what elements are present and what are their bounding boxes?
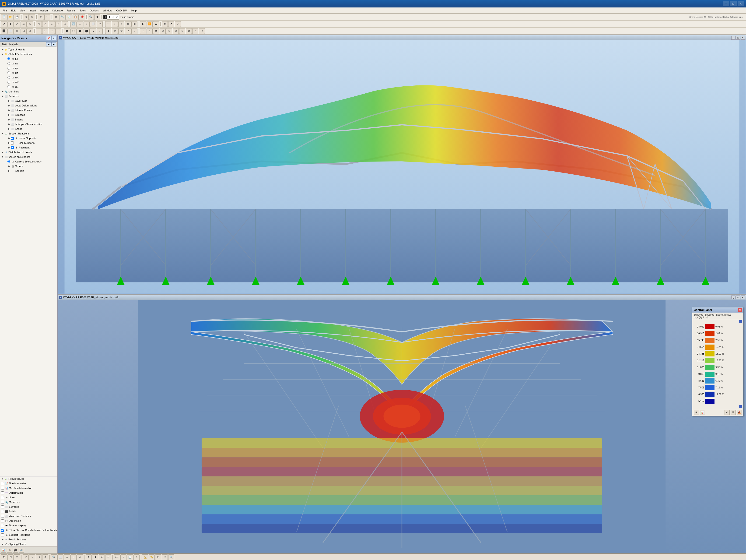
tree-item-solids[interactable]: ⬛ Solids	[0, 509, 57, 514]
navigator-header-buttons[interactable]: 📌 ✕	[46, 36, 56, 40]
expand-icon[interactable]: ▶	[1, 538, 4, 541]
menu-assign[interactable]: Assign	[38, 9, 50, 12]
tb-btn-1[interactable]: ⚙	[53, 14, 59, 20]
tb2-btn-2[interactable]: ⬆	[7, 21, 13, 27]
tb3-btn-5[interactable]: ◈	[27, 28, 33, 34]
values-on-surfaces-b-checkbox[interactable]	[1, 515, 4, 518]
open-button[interactable]: 📂	[7, 14, 13, 20]
menu-results[interactable]: Results	[65, 9, 78, 12]
tree-item-ux[interactable]: □ ux	[0, 61, 57, 66]
cp-footer-right[interactable]: ⚙ ☰ 📤	[724, 410, 742, 415]
tb3-btn-2[interactable]: ⬜	[7, 28, 13, 34]
solids-checkbox[interactable]	[1, 510, 4, 513]
tree-item-internal-forces[interactable]: ▶ ⬜ Internal Forces	[0, 108, 57, 113]
tb3-btn-10[interactable]: ⬢	[64, 28, 70, 34]
tb3-btn-29[interactable]: ✕	[192, 28, 198, 34]
expand-icon[interactable]: ▼	[1, 94, 4, 98]
nav-close-button[interactable]: ✕	[51, 36, 56, 40]
tb3-btn-3[interactable]: ▨	[14, 28, 20, 34]
tree-item-max-min-information[interactable]: 📊 Max/Min Information	[0, 486, 57, 491]
expand-icon[interactable]: ▶	[1, 477, 4, 480]
tb-btn-7[interactable]: ✚	[94, 14, 101, 20]
tree-item-title-information[interactable]: 📝 Title Information	[0, 481, 57, 486]
tb2-btn-16[interactable]: 〰	[105, 21, 111, 27]
expand-icon[interactable]: ▶	[7, 146, 11, 149]
menu-edit[interactable]: Edit	[9, 9, 18, 12]
top-view-controls[interactable]: _ □ ✕	[731, 36, 745, 40]
tree-item-result-sections[interactable]: ▶ ✂ Result Sections	[0, 537, 57, 542]
tb2-btn-18[interactable]: ∿	[118, 21, 124, 27]
tb2-btn-14[interactable]: ⬜	[90, 21, 96, 27]
tb2-btn-10[interactable]: ⬡	[62, 21, 68, 27]
view-tb-18[interactable]: ↕	[120, 554, 126, 560]
view-tb-9[interactable]: ⬜	[57, 554, 63, 560]
tree-item-nodal-supports[interactable]: ▶ ⊥ Nodal Supports	[0, 136, 57, 141]
tb3-btn-14[interactable]: ⬥	[90, 28, 96, 34]
maximize-button[interactable]: □	[730, 1, 737, 6]
tb3-btn-21[interactable]: ⌖	[140, 28, 146, 34]
surfaces-b-checkbox[interactable]	[1, 505, 4, 508]
lc-dropdown[interactable]: LC1	[107, 15, 119, 20]
tree-item-result-values[interactable]: ▶ 📊 Result Values	[0, 476, 57, 481]
nav-prev-button[interactable]: ◀	[46, 42, 51, 47]
expand-icon[interactable]: ▶	[7, 165, 11, 168]
undo-button[interactable]: ↩	[38, 14, 44, 20]
menu-calculate[interactable]: Calculate	[50, 9, 65, 12]
print-button[interactable]: 🖨	[23, 14, 29, 20]
cp-table-icon[interactable]: ⊞	[694, 410, 699, 415]
tree-item-surfaces-b[interactable]: ⬜ Surfaces	[0, 504, 57, 509]
control-panel-close-button[interactable]: ✕	[738, 308, 742, 312]
menu-help[interactable]: Help	[130, 9, 139, 12]
tb2-btn-12[interactable]: ↔	[77, 21, 83, 27]
tb3-btn-4[interactable]: ⊡	[21, 28, 27, 34]
menu-view[interactable]: View	[18, 9, 27, 12]
tb3-btn-26[interactable]: ⊕	[173, 28, 179, 34]
tb2-btn-4[interactable]: ◎	[21, 21, 27, 27]
tree-item-qy[interactable]: □ φY	[0, 80, 57, 84]
cp-chart-icon[interactable]: 📊	[700, 410, 705, 415]
expand-icon[interactable]: ▶	[1, 90, 4, 93]
view2-close-button[interactable]: ✕	[741, 296, 745, 299]
tb2-btn-22[interactable]: ⏩	[147, 21, 153, 27]
expand-icon[interactable]: ▶	[7, 169, 11, 172]
close-button[interactable]: ✕	[738, 1, 744, 6]
tb3-btn-17[interactable]: ↺	[112, 28, 118, 34]
bottom-view-controls[interactable]: _ □ ✕	[731, 296, 745, 299]
tb3-btn-1[interactable]: ⬛	[1, 28, 7, 34]
tree-item-local-deformations[interactable]: ▶ ⬜ Local Deformations	[0, 103, 57, 108]
nav-footer-btn-3[interactable]: 🎥	[13, 548, 18, 553]
print-preview-button[interactable]: 👁	[29, 14, 35, 20]
view-tb-20[interactable]: 🖱	[134, 554, 140, 560]
expand-icon[interactable]: ▶	[7, 127, 11, 131]
tb3-btn-20[interactable]: ⤿	[132, 28, 138, 34]
view2-min-button[interactable]: _	[731, 296, 736, 299]
expand-icon[interactable]: ▶	[1, 150, 4, 154]
tree-item-qz[interactable]: □ φZ	[0, 84, 57, 89]
menu-insert[interactable]: Insert	[28, 9, 38, 12]
view-tb-1[interactable]: ⊞	[1, 554, 7, 560]
tb2-btn-1[interactable]: ↗	[1, 21, 7, 27]
ribs-effective-checkbox[interactable]	[1, 529, 4, 532]
view-tb-6[interactable]: ⬡	[36, 554, 42, 560]
expand-icon[interactable]: ▶	[1, 542, 4, 546]
tb3-btn-24[interactable]: ⊙	[160, 28, 166, 34]
tree-item-members[interactable]: ▶ 🔩 Members	[0, 89, 57, 94]
tree-item-isotropic[interactable]: ▶ ⬜ Isotropic Characteristics	[0, 122, 57, 127]
support-reactions-b-checkbox[interactable]	[1, 533, 4, 536]
current-selection-radio[interactable]	[7, 160, 10, 163]
view-tb-19[interactable]: 🔄	[127, 554, 133, 560]
tree-item-shape[interactable]: ▶ ⬜ Shape	[0, 127, 57, 131]
tree-item-values-on-surfaces[interactable]: ▼ ⬜ Values on Surfaces	[0, 155, 57, 159]
tb3-btn-8[interactable]: ⊷	[49, 28, 55, 34]
view-tb-17[interactable]: ⟺	[114, 554, 120, 560]
tree-item-current-selection[interactable]: □ Current Selection: σx,+	[0, 159, 57, 164]
expand-icon[interactable]: ▼	[1, 132, 4, 135]
nodal-supports-checkbox[interactable]	[11, 137, 14, 140]
cp-export-icon[interactable]: 📤	[737, 410, 742, 415]
expand-icon[interactable]: ▶	[7, 118, 11, 121]
cp-footer-left[interactable]: ⊞ 📊	[694, 410, 705, 415]
tb2-btn-5[interactable]: ⊕	[27, 21, 33, 27]
menu-cad-bim[interactable]: CAD-BIM	[114, 9, 129, 12]
view-tb-8[interactable]: 🔍	[51, 554, 57, 560]
tb2-btn-25[interactable]: ✗	[168, 21, 174, 27]
